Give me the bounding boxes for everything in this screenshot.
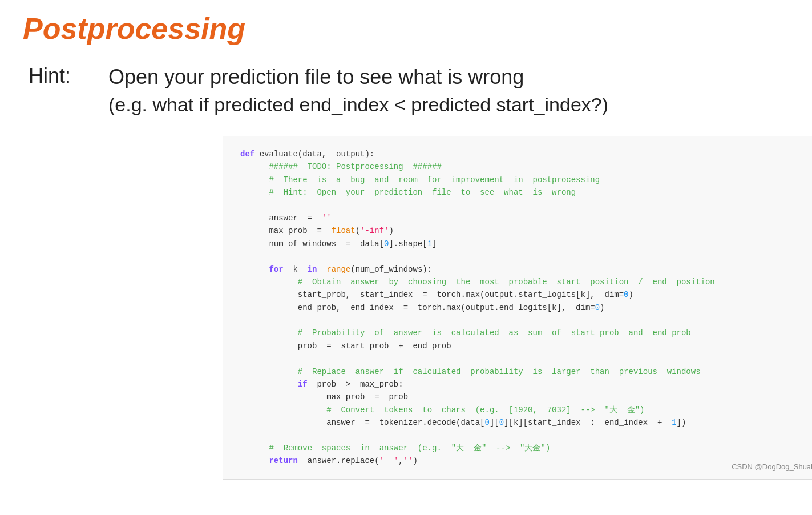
code-line-19: if prob > max_prob: [240,378,804,391]
code-line-25: return answer.replace(' ','') [240,454,804,467]
code-line-15: # Probability of answer is calculated as… [240,327,804,339]
code-block: def evaluate(data, output): ###### TODO:… [223,136,812,480]
code-line-14 [240,314,804,327]
code-line-6: answer = '' [240,212,804,224]
code-line-8: num_of_windows = data[0].shape[1] [240,238,804,250]
hint-label: Hint: [29,64,74,88]
code-line-20: max_prob = prob [240,391,804,403]
code-line-10: for k in range(num_of_windows): [240,263,804,276]
code-line-4: # Hint: Open your prediction file to see… [240,186,804,199]
code-line-7: max_prob = float('-inf') [240,224,804,237]
code-line-22: answer = tokenizer.decode(data[0][0][k][… [240,416,804,429]
code-line-17 [240,352,804,365]
code-line-12: start_prob, start_index = torch.max(outp… [240,288,804,301]
code-line-5 [240,199,804,212]
code-line-16: prob = start_prob + end_prob [240,340,804,352]
code-line-9 [240,250,804,263]
hint-line1: Open your prediction file to see what is… [108,65,524,88]
code-line-13: end_prob, end_index = torch.max(output.e… [240,301,804,314]
hint-row: Hint: Open your prediction file to see w… [29,63,789,119]
code-line-21: # Convert tokens to chars (e.g. [1920, 7… [240,404,804,416]
hint-section: Hint: Open your prediction file to see w… [29,63,789,119]
code-line-3: # There is a bug and room for improvemen… [240,174,804,186]
code-line-23 [240,429,804,442]
code-line-18: # Replace answer if calculated probabili… [240,365,804,378]
code-line-2: ###### TODO: Postprocessing ###### [240,160,804,173]
code-line-24: # Remove spaces in answer (e.g. "大 金" --… [240,442,804,454]
code-line-11: # Obtain answer by choosing the most pro… [240,276,804,288]
page-title: Postprocessing [23,11,789,46]
hint-line2: (e.g. what if predicted end_index < pred… [108,91,608,119]
watermark: CSDN @DogDog_Shuai [732,461,812,473]
hint-text: Open your prediction file to see what is… [108,63,608,119]
code-line-1: def evaluate(data, output): [240,148,804,160]
